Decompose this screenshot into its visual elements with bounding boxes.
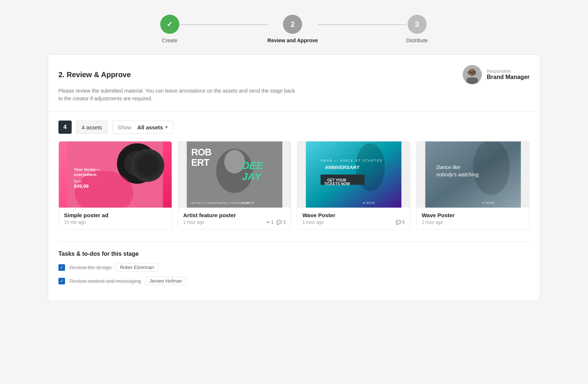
task-assignee-2: Jeroen Hofman [146,277,186,285]
asset-title-2: Artist feature poster [183,212,286,218]
svg-text:nobody's watching.: nobody's watching. [436,172,480,177]
svg-text:from: from [74,179,81,183]
stepper: ✓ Create 2 Review and Approve 3 Distribu… [7,7,581,54]
step-label-distribute: Distribute [406,37,428,43]
checkbox-check-2: ✓ [60,279,64,284]
section-title: 2. Review & Approve [58,71,131,79]
step-circle-review: 2 [283,15,302,34]
assets-bar: 4 4 assets Show All assets ▾ [58,121,530,134]
asset-info-3: Wave Poster 1 hour ago 💬 5 [297,208,410,229]
asset-title-1: Simple poster ad [64,212,166,218]
main-card: 2. Review & Approve Responsible Brand Ma… [48,54,540,301]
asset-thumb-4: Dance like nobody's watching. ● WAVE [417,141,530,208]
asset-time-1: 15 min ago [64,220,86,225]
asset-title-3: Wave Poster [302,212,405,218]
svg-text:DEE: DEE [242,160,263,171]
asset-info-2: Artist feature poster 1 hour ago ✏ 1 💬 3 [178,208,291,229]
annotation-icon-2: ✏ [266,220,270,225]
annotation-count-2: 1 [271,220,274,225]
task-assignee-1: Robin Elzerman [116,263,158,272]
asset-info-4: Wave Poster 1 hour ago [417,208,530,229]
task-item-1: ✓ Review the design Robin Elzerman [58,263,530,272]
responsible-block: Responsible Brand Manager [463,65,530,84]
svg-rect-2 [466,78,478,84]
svg-text:ROB: ROB [191,147,211,158]
asset-card-2[interactable]: ROB ERT DEE JAY ● WAVE SAT MAY 17 | AMPH… [178,141,291,230]
asset-time-2: 1 hour ago [183,220,204,225]
assets-label: 4 assets [76,121,108,134]
svg-text:ERT: ERT [191,157,209,168]
show-prefix: Show [118,124,132,130]
section-divider [48,111,540,112]
checkbox-check-1: ✓ [60,265,64,270]
asset-icons-3: 💬 5 [396,220,405,225]
step-label-review: Review and Approve [268,37,318,43]
asset-thumb-3: YEAR — SINCE ST STARTED ANNIVERSARY GET … [297,141,410,208]
step-label-create: Create [162,37,178,43]
asset-meta-1: 15 min ago [64,220,166,225]
svg-point-8 [124,151,150,176]
step-connector-1 [179,24,268,25]
show-assets-dropdown[interactable]: Show All assets ▾ [112,121,173,134]
svg-text:Dance like: Dance like [436,164,460,170]
asset-time-3: 1 hour ago [302,220,323,225]
comment-count-3: 5 [402,220,405,225]
asset-info-1: Simple poster ad 15 min ago [59,208,172,229]
step-review: 2 Review and Approve [268,15,318,43]
svg-text:$49,99: $49,99 [74,183,89,189]
comment-icon-3: 💬 [396,220,401,225]
svg-text:JAY: JAY [242,171,262,182]
task-label-1: Review the design [69,265,111,270]
task-checkbox-1[interactable]: ✓ [58,264,65,271]
asset-thumb-2: ROB ERT DEE JAY ● WAVE SAT MAY 17 | AMPH… [178,141,291,208]
asset-thumb-1: Your music— everywhere. from $49,99 [59,141,172,208]
comment-badge-3: 💬 5 [396,220,405,225]
step-circle-create: ✓ [160,15,179,34]
step-connector-2 [318,24,406,25]
section-description: Please review the submitted material. Yo… [58,87,316,103]
step-checkmark: ✓ [166,20,173,29]
step-circle-distribute: 3 [408,15,427,34]
section-header: 2. Review & Approve Responsible Brand Ma… [58,65,530,84]
svg-text:ANNIVERSARY: ANNIVERSARY [325,165,359,170]
assets-grid: Your music— everywhere. from $49,99 Simp… [58,141,530,230]
step-number-review: 2 [291,20,295,29]
svg-text:TICKETS NOW: TICKETS NOW [324,182,350,186]
svg-text:● WAVE: ● WAVE [363,201,375,205]
asset-icons-2: ✏ 1 💬 3 [266,220,286,225]
task-item-2: ✓ Review content and messaging Jeroen Ho… [58,277,530,285]
show-value: All assets [137,124,163,130]
comment-badge-2: 💬 3 [276,220,286,225]
avatar [463,65,482,84]
svg-text:YEAR — SINCE ST STARTED: YEAR — SINCE ST STARTED [320,159,383,162]
svg-point-9 [134,161,140,166]
responsible-name: Brand Manager [487,74,530,80]
step-create: ✓ Create [160,15,179,43]
comment-icon-2: 💬 [276,220,282,225]
asset-title-4: Wave Poster [422,212,524,218]
step-number-distribute: 3 [415,20,419,29]
svg-point-34 [473,141,510,195]
annotation-badge-2: ✏ 1 [266,220,274,225]
assets-count-badge: 4 [58,121,72,134]
asset-card-4[interactable]: Dance like nobody's watching. ● WAVE Wav… [416,141,530,230]
tasks-section: Tasks & to-dos for this stage ✓ Review t… [58,241,530,285]
responsible-label: Responsible [487,69,530,74]
dropdown-arrow-icon: ▾ [165,125,168,130]
comment-count-2: 3 [283,220,286,225]
asset-card-3[interactable]: YEAR — SINCE ST STARTED ANNIVERSARY GET … [297,141,410,230]
svg-text:SAT MAY 17 | AMPHITHEATER | TH: SAT MAY 17 | AMPHITHEATER | THE RIVERSID… [191,202,249,205]
svg-text:everywhere.: everywhere. [74,172,97,177]
asset-time-4: 1 hour ago [422,220,443,225]
asset-meta-4: 1 hour ago [422,220,524,225]
svg-text:● WAVE: ● WAVE [482,201,494,205]
asset-meta-2: 1 hour ago ✏ 1 💬 3 [183,220,286,225]
task-label-2: Review content and messaging [69,278,141,284]
svg-text:Your music—: Your music— [74,167,100,172]
step-distribute: 3 Distribute [406,15,428,43]
task-checkbox-2[interactable]: ✓ [58,278,65,284]
tasks-title: Tasks & to-dos for this stage [58,251,530,257]
section-header-left: 2. Review & Approve [58,71,131,79]
asset-card-1[interactable]: Your music— everywhere. from $49,99 Simp… [58,141,172,230]
responsible-text: Responsible Brand Manager [487,69,530,80]
